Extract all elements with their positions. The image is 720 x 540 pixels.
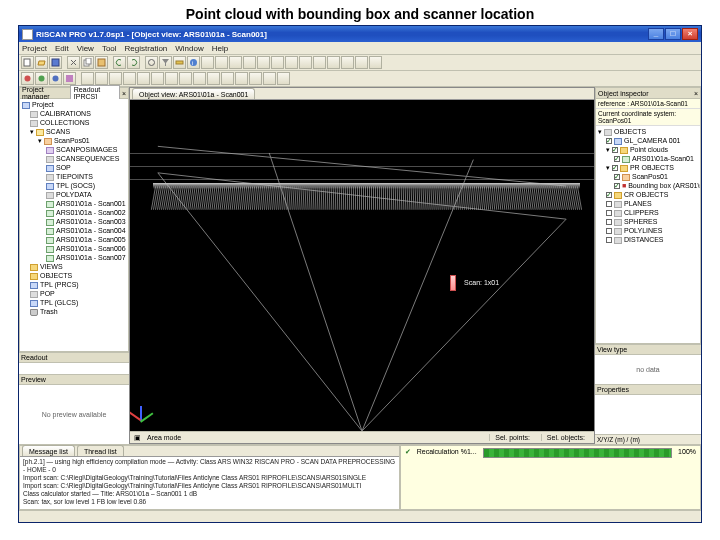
toolbar2-btn[interactable] (21, 72, 34, 85)
toolbar2-btn[interactable] (63, 72, 76, 85)
tree-item[interactable]: OBJECTS (40, 272, 72, 279)
toolbar2-btn[interactable] (179, 72, 192, 85)
toolbar2-btn[interactable] (235, 72, 248, 85)
tab-thread-list[interactable]: Thread list (77, 445, 124, 456)
toolbar-settings-icon[interactable] (145, 56, 158, 69)
toolbar-btn[interactable] (327, 56, 340, 69)
toolbar2-btn[interactable] (263, 72, 276, 85)
toolbar2-btn[interactable] (109, 72, 122, 85)
tree-item[interactable]: SOP (56, 164, 71, 171)
menu-help[interactable]: Help (212, 44, 228, 53)
toolbar-btn[interactable] (215, 56, 228, 69)
close-button[interactable]: × (682, 28, 698, 40)
toolbar-redo-icon[interactable] (127, 56, 140, 69)
readout-header[interactable]: Readout (19, 353, 129, 363)
toolbar-new-icon[interactable] (21, 56, 34, 69)
toolbar-btn[interactable] (313, 56, 326, 69)
toolbar-undo-icon[interactable] (113, 56, 126, 69)
tree-item[interactable]: TIEPOINTS (56, 173, 93, 180)
object-inspector-close-icon[interactable]: × (694, 90, 698, 97)
toolbar2-btn[interactable] (123, 72, 136, 85)
message-panel: Message list Thread list [ph.2.1] — usin… (19, 445, 400, 510)
tree-scan[interactable]: ARS01\01a - Scan006 (56, 245, 126, 252)
tree-root[interactable]: Project (32, 101, 54, 108)
tree-calib[interactable]: CALIBRATIONS (40, 110, 91, 117)
menu-registration[interactable]: Registration (125, 44, 168, 53)
menu-tool[interactable]: Tool (102, 44, 117, 53)
toolbar2-btn[interactable] (151, 72, 164, 85)
minimize-button[interactable]: _ (648, 28, 664, 40)
tab-message-list[interactable]: Message list (22, 445, 75, 456)
message-log[interactable]: [ph.2.1] — using high efficiency compila… (20, 457, 399, 509)
toolbar-copy-icon[interactable] (81, 56, 94, 69)
center-tabstrip[interactable]: Object view: ARS01\01a - Scan001 (130, 88, 594, 100)
toolbar-info-icon[interactable]: i (187, 56, 200, 69)
viewtype-header[interactable]: View type (595, 345, 701, 355)
tree-scan[interactable]: ARS01\01a - Scan005 (56, 236, 126, 243)
toolbar-paste-icon[interactable] (95, 56, 108, 69)
menu-view[interactable]: View (77, 44, 94, 53)
tree-item[interactable]: POLYDATA (56, 191, 92, 198)
toolbar-cut-icon[interactable] (67, 56, 80, 69)
menu-window[interactable]: Window (175, 44, 203, 53)
tab-object-view[interactable]: Object view: ARS01\01a - Scan001 (132, 88, 255, 99)
toolbar2-btn[interactable] (137, 72, 150, 85)
tree-item[interactable]: VIEWS (40, 263, 63, 270)
tree-scanpos[interactable]: ScanPos01 (54, 137, 90, 144)
toolbar2-btn[interactable] (35, 72, 48, 85)
maximize-button[interactable]: □ (665, 28, 681, 40)
tree-scan[interactable]: ARS01\01a - Scan002 (56, 209, 126, 216)
menubar[interactable]: Project Edit View Tool Registration Wind… (19, 42, 701, 55)
toolbar2-btn[interactable] (221, 72, 234, 85)
toolbar2-btn[interactable] (193, 72, 206, 85)
tree-item[interactable]: SCANSEQUENCES (56, 155, 119, 162)
project-manager-header[interactable]: Project manager Readout [PRCS] × (20, 88, 128, 99)
toolbar-btn[interactable] (341, 56, 354, 69)
toolbar-btn[interactable] (257, 56, 270, 69)
tree-trash[interactable]: Trash (40, 308, 58, 315)
3d-viewport[interactable]: Scan: 1x01 (130, 100, 594, 431)
toolbar2-btn[interactable] (277, 72, 290, 85)
toolbar-btn[interactable] (369, 56, 382, 69)
titlebar[interactable]: RiSCAN PRO v1.7.0sp1 - [Object view: ARS… (19, 26, 701, 42)
tree-item[interactable]: SCANPOSIMAGES (56, 146, 117, 153)
object-inspector-tree[interactable]: ▾ OBJECTS GL_CAMERA 001 ▾ Point clouds A… (596, 126, 700, 343)
toolbar2-btn[interactable] (81, 72, 94, 85)
toolbar2-btn[interactable] (49, 72, 62, 85)
tree-scan[interactable]: ARS01\01a - Scan007 (56, 254, 126, 261)
scanner-marker-icon[interactable] (450, 275, 456, 291)
tree-item[interactable]: TPL (SOCS) (56, 182, 95, 189)
tree-scan[interactable]: ARS01\01a - Scan001 (56, 200, 126, 207)
toolbar2-btn[interactable] (95, 72, 108, 85)
toolbar-btn[interactable] (201, 56, 214, 69)
preview-header[interactable]: Preview (19, 375, 129, 385)
tree-scan[interactable]: ARS01\01a - Scan003 (56, 218, 126, 225)
properties-header[interactable]: Properties (595, 385, 701, 395)
toolbar2-btn[interactable] (165, 72, 178, 85)
svg-point-6 (149, 60, 155, 66)
toolbar-save-icon[interactable] (49, 56, 62, 69)
tree-scan[interactable]: ARS01\01a - Scan004 (56, 227, 126, 234)
toolbar2-btn[interactable] (249, 72, 262, 85)
tree-scans[interactable]: SCANS (46, 128, 70, 135)
toolbar-btn[interactable] (355, 56, 368, 69)
toolbar-btn[interactable] (271, 56, 284, 69)
tree-item[interactable]: TPL (PRCS) (40, 281, 79, 288)
toolbar-filter-icon[interactable] (159, 56, 172, 69)
toolbar-measure-icon[interactable] (173, 56, 186, 69)
toolbar-btn[interactable] (243, 56, 256, 69)
tree-item[interactable]: POP (40, 290, 55, 297)
project-manager-close-icon[interactable]: × (122, 90, 126, 97)
toolbar-open-icon[interactable] (35, 56, 48, 69)
tree-coll[interactable]: COLLECTIONS (40, 119, 89, 126)
project-tree[interactable]: Project CALIBRATIONS COLLECTIONS ▾ SCANS… (20, 99, 128, 351)
svg-line-18 (362, 160, 473, 431)
menu-project[interactable]: Project (22, 44, 47, 53)
toolbar2-btn[interactable] (207, 72, 220, 85)
toolbar-btn[interactable] (229, 56, 242, 69)
toolbar-btn[interactable] (285, 56, 298, 69)
menu-edit[interactable]: Edit (55, 44, 69, 53)
object-inspector-header[interactable]: Object inspector × (596, 88, 700, 99)
toolbar-btn[interactable] (299, 56, 312, 69)
tree-item[interactable]: TPL (GLCS) (40, 299, 78, 306)
